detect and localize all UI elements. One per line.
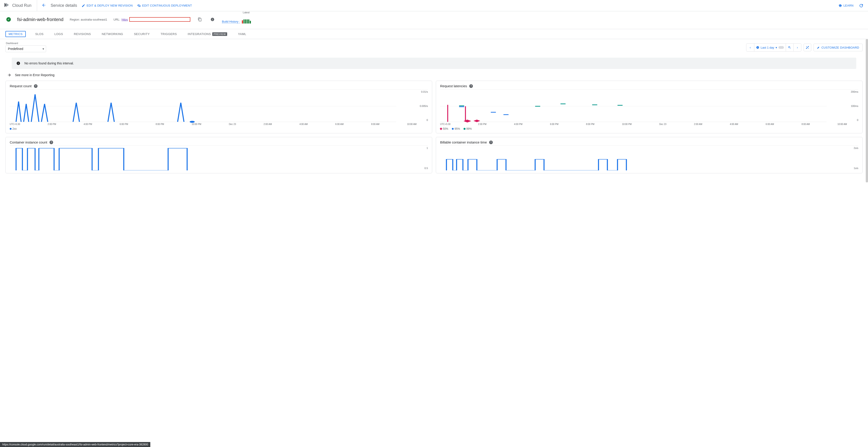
tab-revisions[interactable]: REVISIONS [72,31,92,37]
info-solid-icon [16,61,20,65]
tab-metrics[interactable]: METRICS [5,31,26,37]
tab-networking[interactable]: NETWORKING [100,31,125,37]
product-name: Cloud Run [12,3,31,8]
dashboard-select[interactable]: Predefined ▾ [5,45,46,52]
chart-legend: 2xx [10,127,428,130]
info-icon [211,18,215,22]
build-sparkline [242,19,251,24]
chart-card-request-latencies: Request latencies? 200ms100ms0 [436,81,863,133]
copy-icon [198,18,202,22]
chart-body[interactable]: 200ms100ms0 [440,89,858,125]
cloud-run-logo-icon [4,2,10,9]
auto-refresh-toggle[interactable] [778,46,784,49]
chevron-down-icon: ▾ [42,47,44,51]
help-icon[interactable]: ? [50,140,53,144]
x-axis: UTC+5:302:00 PM4:00 PM6:00 PM8:00 PM10:0… [10,123,416,125]
chart-title: Billable container instance time [440,140,487,144]
edit-cd-button[interactable]: EDIT CONTINUOUS DEPLOYMENT [137,4,192,7]
build-history[interactable]: Build History : Latest [222,15,251,24]
arrow-right-icon [7,73,11,77]
pencil-icon [82,4,85,7]
page-title: Service details [51,3,77,8]
top-toolbar: Cloud Run Service details EDIT & DEPLOY … [0,0,868,11]
help-icon[interactable]: ? [469,84,473,88]
error-reporting-link[interactable]: See more in Error Reporting [7,72,863,81]
product-brand[interactable]: Cloud Run [4,0,37,11]
search-icon [788,46,791,49]
chart-card-instance-count: Container instance count? 10.5 [5,137,432,173]
dashboard-controls: Dashboard Predefined ▾ ‹ Last 1 day ▾ › [5,43,863,52]
tab-slos[interactable]: SLOS [34,31,45,37]
chart-body[interactable]: 10.5 [10,146,428,170]
chart-card-request-count: Request count? 0.01/s0.005/s0 [5,81,432,133]
pencil-icon [817,46,820,49]
help-icon[interactable]: ? [489,140,493,144]
tab-security[interactable]: SECURITY [133,31,151,37]
chart-legend: 50% 95% 99% [440,127,858,130]
charts-grid: Request count? 0.01/s0.005/s0 [5,81,863,173]
svg-rect-2 [18,63,19,64]
tab-bar: METRICS SLOS LOGS REVISIONS NETWORKING S… [0,29,868,39]
info-button[interactable] [209,16,216,23]
chart-card-billable-time: Billable container instance time? 2s/s1s… [436,137,863,173]
clock-icon [756,46,759,49]
chart-title: Request latencies [440,84,467,88]
gear-icon [137,4,141,7]
help-icon[interactable]: ? [34,84,37,88]
customize-dashboard-button[interactable]: CUSTOMIZE DASHBOARD [813,43,863,51]
x-axis: UTC+5:302:00 PM4:00 PM6:00 PM8:00 PM10:0… [440,123,847,125]
service-name: fsi-admin-web-frontend [17,17,64,22]
service-url-link[interactable]: https [122,18,128,21]
status-ok-icon: ✓ [6,17,11,22]
scrollbar[interactable] [866,39,868,182]
copy-url-button[interactable] [197,16,203,23]
content-area: Dashboard Predefined ▾ ‹ Last 1 day ▾ › [0,39,868,182]
y-axis: 10.5 [425,146,428,170]
time-range-button[interactable]: Last 1 day ▾ [754,43,786,51]
chart-title: Container instance count [10,140,47,144]
dashboard-select-label: Dashboard [6,42,18,44]
back-button[interactable] [41,3,46,8]
no-errors-banner: No errors found during this interval. [12,58,856,69]
service-url: URL: https [114,17,190,22]
preview-chip: PREVIEW [212,32,227,36]
zoom-reset-icon [806,46,809,49]
y-axis: 200ms100ms0 [851,90,858,125]
svg-rect-3 [18,62,19,63]
service-header: ✓ fsi-admin-web-frontend Region: austral… [0,11,868,29]
svg-point-6 [190,121,195,123]
chart-body[interactable]: 0.01/s0.005/s0 [10,89,428,125]
time-next-button[interactable]: › [794,43,801,51]
redacted-url [129,17,190,22]
time-range-group: ‹ Last 1 day ▾ › [746,43,801,52]
refresh-icon [859,3,864,8]
time-prev-button[interactable]: ‹ [746,43,754,51]
y-axis: 2s/s1s/s [854,146,858,170]
tab-triggers[interactable]: TRIGGERS [159,31,178,37]
chart-body[interactable]: 2s/s1s/s [440,146,858,170]
refresh-button[interactable] [858,2,864,9]
tab-integrations[interactable]: INTEGRATIONSPREVIEW [186,31,228,37]
svg-rect-20 [474,120,480,122]
learn-button[interactable]: LEARN [838,4,854,7]
time-zoom-button[interactable] [786,43,794,51]
service-region: Region: australia-southeast1 [70,18,107,21]
reset-zoom-button[interactable] [804,43,811,51]
graduation-cap-icon [838,4,842,7]
tab-yaml[interactable]: YAML [237,31,248,37]
chart-title: Request count [10,84,32,88]
tab-logs[interactable]: LOGS [53,31,64,37]
edit-deploy-button[interactable]: EDIT & DEPLOY NEW REVISION [82,4,133,7]
y-axis: 0.01/s0.005/s0 [420,90,428,125]
